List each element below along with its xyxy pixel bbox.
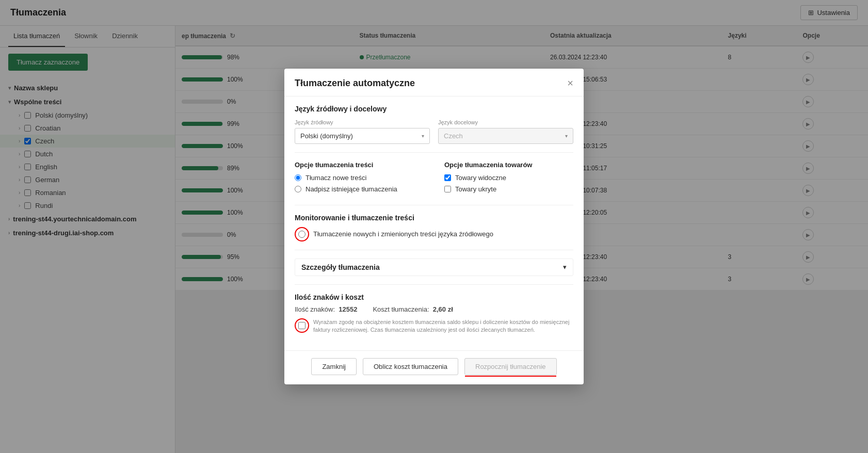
cost-value-wrap: Koszt tłumaczenia: 2,60 zł: [373, 305, 453, 313]
monitoring-section: Monitorowanie i tłumaczenie treści Tłuma…: [295, 214, 573, 241]
source-lang-field: Język źródłowy Polski (domyślny) ▾: [295, 119, 430, 144]
modal-overlay: Tłumaczenie automatyczne × Język źródłow…: [0, 0, 868, 453]
chevron-down-icon: ▾: [422, 133, 424, 139]
radio-overwrite-input[interactable]: [295, 186, 301, 192]
divider: [295, 205, 573, 205]
consent-checkbox-highlight: [295, 318, 309, 333]
modal: Tłumaczenie automatyczne × Język źródłow…: [284, 69, 584, 385]
chevron-down-icon: ▾: [563, 263, 567, 271]
language-section: Język źródłowy i docelowy Język źródłowy…: [295, 105, 573, 144]
char-count: Ilość znaków: 12552: [295, 305, 357, 313]
target-lang-select: Czech ▾: [438, 128, 573, 144]
radio-new-label: Tłumacz nowe treści: [306, 174, 366, 182]
details-label: Szczegóły tłumaczenia: [301, 263, 380, 271]
divider: [295, 152, 573, 153]
divider: [295, 284, 573, 285]
source-lang-value: Polski (domyślny): [300, 132, 353, 140]
modal-header: Tłumaczenie automatyczne ×: [284, 69, 584, 96]
source-lang-label: Język źródłowy: [295, 119, 430, 125]
lang-section-title: Język źródłowy i docelowy: [295, 105, 573, 113]
start-label: Rozpocznij tłumaczenie: [475, 363, 546, 370]
monitoring-radio-input[interactable]: [298, 231, 306, 238]
radio-overwrite[interactable]: Nadpisz istniejące tłumaczenia: [295, 185, 424, 193]
start-translation-button: Rozpocznij tłumaczenie: [464, 358, 557, 375]
char-count-label: Ilość znaków:: [295, 305, 335, 313]
goods-options-title: Opcje tłumaczenia towarów: [444, 161, 573, 169]
cost-section: Ilość znaków i koszt Ilość znaków: 12552…: [295, 293, 573, 334]
translation-options-col: Opcje tłumaczenia treści Tłumacz nowe tr…: [295, 161, 424, 197]
divider: [295, 250, 573, 250]
details-section: Szczegóły tłumaczenia ▾: [295, 258, 573, 276]
radio-overwrite-label: Nadpisz istniejące tłumaczenia: [306, 185, 397, 193]
modal-footer: Zamknij Oblicz koszt tłumaczenia Rozpocz…: [284, 350, 584, 384]
consent-row: Wyrażam zgodę na obciążenie kosztem tłum…: [295, 318, 573, 334]
modal-body: Język źródłowy i docelowy Język źródłowy…: [284, 96, 584, 351]
target-lang-field: Język docelowy Czech ▾: [438, 119, 573, 144]
chevron-down-icon: ▾: [565, 133, 568, 139]
checkbox-visible-goods[interactable]: Towary widoczne: [444, 174, 573, 182]
radio-new-input[interactable]: [295, 174, 301, 181]
checkbox-hidden-input[interactable]: [444, 186, 451, 192]
consent-text: Wyrażam zgodę na obciążenie kosztem tłum…: [313, 318, 573, 334]
checkbox-visible-input[interactable]: [444, 174, 451, 181]
consent-checkbox[interactable]: [298, 322, 306, 329]
checkbox-hidden-goods[interactable]: Towary ukryte: [444, 185, 573, 193]
source-lang-select[interactable]: Polski (domyślny) ▾: [295, 128, 430, 144]
translation-options-title: Opcje tłumaczenia treści: [295, 161, 424, 169]
target-lang-value: Czech: [444, 132, 463, 140]
checkbox-hidden-label: Towary ukryte: [455, 185, 496, 193]
cost-title: Ilość znaków i koszt: [295, 293, 573, 301]
target-lang-label: Język docelowy: [438, 119, 573, 125]
calc-cost-button[interactable]: Oblicz koszt tłumaczenia: [363, 358, 458, 375]
monitoring-label: Tłumaczenie nowych i zmienionych treści …: [313, 230, 493, 238]
cost-row: Ilość znaków: 12552 Koszt tłumaczenia: 2…: [295, 305, 573, 313]
cost-label: Koszt tłumaczenia:: [373, 305, 429, 313]
monitoring-title: Monitorowanie i tłumaczenie treści: [295, 214, 573, 222]
language-row: Język źródłowy Polski (domyślny) ▾ Język…: [295, 119, 573, 144]
modal-title: Tłumaczenie automatyczne: [295, 78, 415, 89]
details-header[interactable]: Szczegóły tłumaczenia ▾: [295, 258, 573, 276]
monitoring-radio-highlight: [295, 227, 309, 241]
options-row: Opcje tłumaczenia treści Tłumacz nowe tr…: [295, 161, 573, 197]
cancel-button[interactable]: Zamknij: [311, 358, 357, 375]
radio-new-content[interactable]: Tłumacz nowe treści: [295, 174, 424, 182]
checkbox-visible-label: Towary widoczne: [455, 174, 506, 182]
start-underline: [465, 376, 556, 377]
modal-close-button[interactable]: ×: [567, 78, 573, 88]
goods-options-col: Opcje tłumaczenia towarów Towary widoczn…: [444, 161, 573, 197]
char-count-value: 12552: [339, 305, 357, 313]
cost-value: 2,60 zł: [433, 305, 453, 313]
monitoring-radio[interactable]: Tłumaczenie nowych i zmienionych treści …: [295, 227, 573, 241]
